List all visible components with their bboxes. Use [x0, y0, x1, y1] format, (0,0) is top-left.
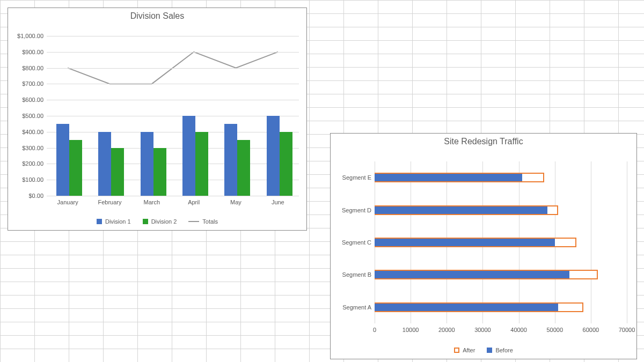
gridline	[627, 161, 627, 323]
y-axis-label: $400.00	[10, 129, 43, 135]
legend-item-totals: Totals	[188, 218, 218, 225]
x-axis-label: March	[131, 199, 173, 205]
legend-swatch-icon	[487, 348, 492, 353]
legend-item-division2: Division 2	[143, 218, 177, 225]
gridline	[47, 68, 299, 69]
x-axis-label: 50000	[546, 327, 563, 333]
bar-division1	[267, 116, 280, 196]
plot-area: 010000200003000040000500006000070000Segm…	[375, 161, 627, 323]
x-axis-label: April	[173, 199, 215, 205]
bar-row: Segment E	[375, 161, 627, 194]
bar-division1	[98, 132, 111, 196]
y-axis-label: $500.00	[10, 113, 43, 119]
gridline	[47, 52, 299, 53]
legend-swatch-icon	[97, 219, 102, 224]
legend-swatch-icon	[454, 348, 459, 353]
x-axis-label: 20000	[438, 327, 455, 333]
x-axis-label: 0	[373, 327, 376, 333]
x-axis-label: 10000	[402, 327, 419, 333]
y-axis-label: $200.00	[10, 160, 43, 167]
gridline	[47, 84, 299, 84]
x-axis-label: 70000	[619, 327, 635, 333]
bar-before	[375, 271, 569, 278]
y-axis-label: Segment E	[331, 174, 371, 181]
y-axis-label: $0.00	[10, 193, 43, 199]
bar-division2	[111, 148, 124, 196]
y-axis-label: Segment A	[331, 304, 371, 311]
gridline	[47, 116, 299, 116]
chart-division-sales[interactable]: Division Sales $0.00$100.00$200.00$300.0…	[8, 8, 307, 231]
y-axis-label: $1,000.00	[10, 33, 43, 39]
bar-division1	[224, 124, 237, 196]
chart-title: Division Sales	[8, 11, 306, 21]
legend-label: Before	[495, 347, 513, 353]
y-axis-label: $800.00	[10, 65, 43, 71]
gridline	[47, 148, 299, 149]
legend-item-after: After	[454, 347, 475, 353]
bar-division2	[195, 132, 208, 196]
bar-row: Segment A	[375, 291, 627, 323]
x-axis-label: January	[47, 199, 89, 205]
bar-before	[375, 304, 558, 311]
plot-area: $0.00$100.00$200.00$300.00$400.00$500.00…	[47, 36, 299, 196]
legend-label: Totals	[202, 218, 218, 225]
y-axis-label: $600.00	[10, 97, 43, 103]
bar-row: Segment C	[375, 226, 627, 258]
y-axis-label: $300.00	[10, 145, 43, 151]
legend-swatch-icon	[143, 219, 148, 224]
y-axis-label: Segment B	[331, 271, 371, 278]
y-axis-label: $900.00	[10, 49, 43, 55]
x-axis-label: 30000	[474, 327, 491, 333]
bar-division2	[69, 140, 82, 196]
bar-row: Segment B	[375, 258, 627, 291]
bar-division2	[153, 148, 166, 196]
y-axis-label: $700.00	[10, 80, 43, 87]
bar-before	[375, 174, 522, 181]
gridline	[47, 100, 299, 100]
bar-before	[375, 206, 547, 214]
gridline	[47, 196, 299, 196]
gridline	[47, 164, 299, 164]
legend-label: After	[463, 347, 475, 353]
legend: After Before	[331, 347, 636, 353]
legend-label: Division 1	[105, 218, 131, 225]
x-axis-label: 40000	[510, 327, 527, 333]
legend-label: Division 2	[151, 218, 177, 225]
x-axis-label: February	[89, 199, 130, 205]
gridline	[47, 180, 299, 180]
bar-division1	[182, 116, 195, 196]
chart-title: Site Redesign Traffic	[331, 137, 636, 146]
legend-item-before: Before	[487, 347, 513, 353]
bar-row: Segment D	[375, 194, 627, 226]
legend-line-icon	[188, 221, 199, 222]
gridline	[47, 132, 299, 132]
bar-division2	[280, 132, 292, 196]
bar-before	[375, 239, 555, 246]
y-axis-label: $100.00	[10, 176, 43, 183]
legend-item-division1: Division 1	[97, 218, 131, 225]
x-axis-label: May	[215, 199, 257, 205]
legend: Division 1 Division 2 Totals	[8, 218, 306, 225]
chart-site-redesign-traffic[interactable]: Site Redesign Traffic 010000200003000040…	[330, 133, 637, 359]
bar-division2	[237, 140, 250, 196]
x-axis-label: June	[257, 199, 299, 205]
bar-division1	[56, 124, 69, 196]
x-axis-label: 60000	[583, 327, 599, 333]
gridline	[47, 36, 299, 36]
y-axis-label: Segment D	[331, 207, 371, 213]
bar-division1	[141, 132, 153, 196]
y-axis-label: Segment C	[331, 239, 371, 246]
